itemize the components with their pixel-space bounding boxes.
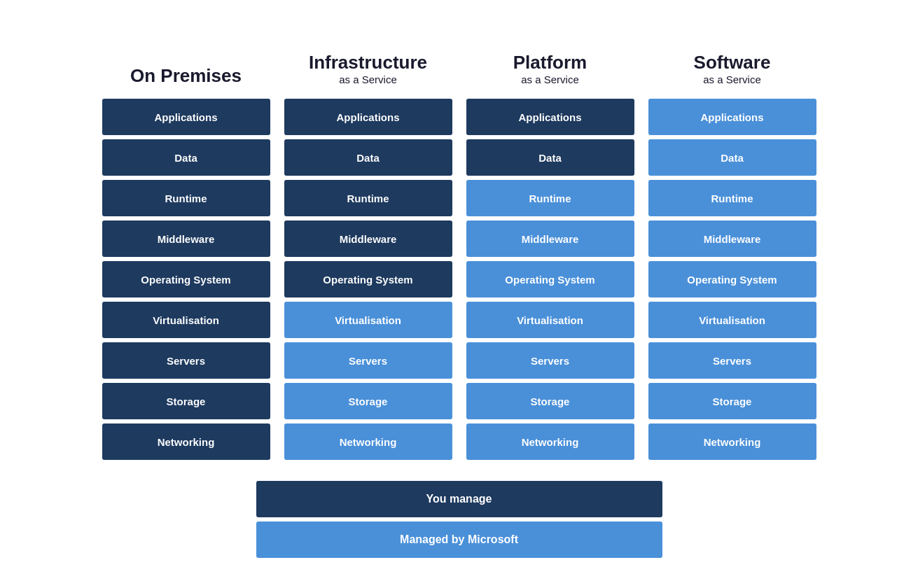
tile-networking-op: Networking xyxy=(102,424,270,460)
column-title-saas: Software xyxy=(694,52,771,73)
column-saas: Software as a Service Applications Data … xyxy=(648,30,816,460)
column-header-paas: Platform as a Service xyxy=(513,30,587,86)
tile-runtime-saas: Runtime xyxy=(648,180,816,216)
column-subtitle-paas: as a Service xyxy=(521,73,579,87)
tile-virtualisation-op: Virtualisation xyxy=(102,302,270,338)
tile-virtualisation-saas: Virtualisation xyxy=(648,302,816,338)
tile-os-iaas: Operating System xyxy=(284,261,452,298)
tiles-on-premises: Applications Data Runtime Middleware Ope… xyxy=(102,99,270,460)
tile-os-saas: Operating System xyxy=(648,261,816,298)
legend-you-manage: You manage xyxy=(256,481,662,517)
main-container: On Premises Applications Data Runtime Mi… xyxy=(14,30,904,558)
tile-os-paas: Operating System xyxy=(466,261,634,298)
tiles-iaas: Applications Data Runtime Middleware Ope… xyxy=(284,99,452,460)
tile-runtime-iaas: Runtime xyxy=(284,180,452,216)
legend-row: You manage Managed by Microsoft xyxy=(256,481,662,558)
tile-storage-iaas: Storage xyxy=(284,383,452,419)
column-on-premises: On Premises Applications Data Runtime Mi… xyxy=(102,30,270,460)
tile-servers-paas: Servers xyxy=(466,342,634,379)
column-header-iaas: Infrastructure as a Service xyxy=(309,30,427,86)
column-title-iaas: Infrastructure xyxy=(309,52,427,73)
tile-applications-saas: Applications xyxy=(648,99,816,135)
tile-middleware-op: Middleware xyxy=(102,220,270,257)
tile-servers-saas: Servers xyxy=(648,342,816,379)
column-paas: Platform as a Service Applications Data … xyxy=(466,30,634,460)
tile-servers-op: Servers xyxy=(102,342,270,379)
tile-applications-iaas: Applications xyxy=(284,99,452,135)
tile-virtualisation-iaas: Virtualisation xyxy=(284,302,452,338)
legend-managed-by-microsoft: Managed by Microsoft xyxy=(256,522,662,558)
tiles-saas: Applications Data Runtime Middleware Ope… xyxy=(648,99,816,460)
tile-data-op: Data xyxy=(102,139,270,176)
tile-runtime-op: Runtime xyxy=(102,180,270,216)
column-title-paas: Platform xyxy=(513,52,587,73)
column-header-on-premises: On Premises xyxy=(130,30,242,86)
tile-runtime-paas: Runtime xyxy=(466,180,634,216)
tile-data-iaas: Data xyxy=(284,139,452,176)
tile-networking-iaas: Networking xyxy=(284,424,452,460)
column-subtitle-iaas: as a Service xyxy=(339,73,397,87)
tile-data-saas: Data xyxy=(648,139,816,176)
tile-servers-iaas: Servers xyxy=(284,342,452,379)
columns-row: On Premises Applications Data Runtime Mi… xyxy=(18,30,900,460)
tile-storage-saas: Storage xyxy=(648,383,816,419)
tile-os-op: Operating System xyxy=(102,261,270,298)
tile-storage-paas: Storage xyxy=(466,383,634,419)
column-subtitle-saas: as a Service xyxy=(703,73,761,87)
column-title-on-premises: On Premises xyxy=(130,66,242,86)
tile-networking-saas: Networking xyxy=(648,424,816,460)
tiles-paas: Applications Data Runtime Middleware Ope… xyxy=(466,99,634,460)
column-header-saas: Software as a Service xyxy=(694,30,771,86)
tile-virtualisation-paas: Virtualisation xyxy=(466,302,634,338)
tile-middleware-saas: Middleware xyxy=(648,220,816,257)
tile-middleware-paas: Middleware xyxy=(466,220,634,257)
tile-storage-op: Storage xyxy=(102,383,270,419)
tile-middleware-iaas: Middleware xyxy=(284,220,452,257)
tile-networking-paas: Networking xyxy=(466,424,634,460)
column-iaas: Infrastructure as a Service Applications… xyxy=(284,30,452,460)
tile-applications-paas: Applications xyxy=(466,99,634,135)
tile-data-paas: Data xyxy=(466,139,634,176)
tile-applications-op: Applications xyxy=(102,99,270,135)
